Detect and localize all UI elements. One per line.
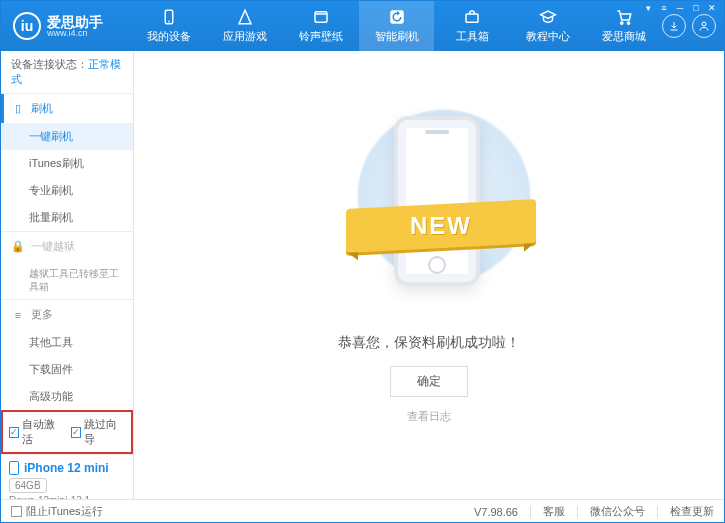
view-log-link[interactable]: 查看日志: [407, 409, 451, 424]
download-icon: [668, 20, 680, 32]
connected-device[interactable]: iPhone 12 mini 64GB Down-12mini-13,1: [1, 454, 133, 499]
nav-apps-games[interactable]: 应用游戏: [207, 1, 283, 51]
user-icon: [698, 20, 710, 32]
toolbox-icon: [463, 8, 481, 26]
app-url: www.i4.cn: [47, 29, 103, 38]
sidebar-item-itunes-flash[interactable]: iTunes刷机: [1, 150, 133, 177]
section-title: 刷机: [31, 101, 53, 116]
nav-label: 铃声壁纸: [299, 29, 343, 44]
more-section-header[interactable]: ≡ 更多: [1, 300, 133, 329]
nav-ringtones[interactable]: 铃声壁纸: [283, 1, 359, 51]
logo-icon: iu: [13, 12, 41, 40]
connection-status: 设备连接状态：正常模式: [1, 51, 133, 93]
nav-label: 我的设备: [147, 29, 191, 44]
wallpaper-icon: [312, 8, 330, 26]
statusbar: 阻止iTunes运行 V7.98.66 客服 微信公众号 检查更新: [1, 499, 724, 523]
section-title: 一键越狱: [31, 239, 75, 254]
version-label: V7.98.66: [474, 506, 518, 518]
nav-label: 智能刷机: [375, 29, 419, 44]
nav-my-device[interactable]: 我的设备: [131, 1, 207, 51]
hamburger-icon[interactable]: ≡: [657, 2, 671, 14]
device-phone-icon: [9, 461, 19, 475]
sidebar: 设备连接状态：正常模式 ▯ 刷机 一键刷机 iTunes刷机 专业刷机 批量刷机…: [1, 51, 134, 499]
app-name: 爱思助手: [47, 15, 103, 29]
cart-icon: [615, 8, 633, 26]
app-logo: iu 爱思助手 www.i4.cn: [1, 12, 131, 40]
highlighted-checkboxes: ✓ 自动激活 ✓ 跳过向导: [1, 410, 133, 454]
minimize-icon[interactable]: ─: [673, 2, 687, 14]
download-button[interactable]: [662, 14, 686, 38]
sidebar-item-other-tools[interactable]: 其他工具: [1, 329, 133, 356]
nav-label: 爱思商城: [602, 29, 646, 44]
list-icon: ≡: [11, 309, 25, 321]
device-name: iPhone 12 mini: [24, 461, 109, 475]
nav-label: 教程中心: [526, 29, 570, 44]
divider: [530, 506, 531, 518]
block-itunes-checkbox[interactable]: 阻止iTunes运行: [11, 504, 103, 519]
wechat-link[interactable]: 微信公众号: [590, 504, 645, 519]
menu-icon[interactable]: ▾: [641, 2, 655, 14]
checkbox-unchecked-icon: [11, 506, 22, 517]
sidebar-item-pro-flash[interactable]: 专业刷机: [1, 177, 133, 204]
main-nav: 我的设备 应用游戏 铃声壁纸 智能刷机 工具箱 教程中心 爱思商城: [131, 1, 662, 51]
svg-point-6: [627, 22, 629, 24]
graduation-icon: [539, 8, 557, 26]
jailbreak-note: 越狱工具已转移至工具箱: [1, 261, 133, 299]
ok-button[interactable]: 确定: [390, 366, 468, 397]
success-message: 恭喜您，保资料刷机成功啦！: [338, 334, 520, 352]
checkbox-label: 跳过向导: [84, 417, 125, 447]
apps-icon: [236, 8, 254, 26]
new-banner: NEW: [346, 199, 536, 253]
check-update-link[interactable]: 检查更新: [670, 504, 714, 519]
titlebar: iu 爱思助手 www.i4.cn 我的设备 应用游戏 铃声壁纸 智能刷机 工具…: [1, 1, 724, 51]
checkbox-label: 自动激活: [22, 417, 63, 447]
device-detail: Down-12mini-13,1: [9, 495, 125, 499]
divider: [577, 506, 578, 518]
nav-label: 应用游戏: [223, 29, 267, 44]
main-panel: NEW 恭喜您，保资料刷机成功啦！ 确定 查看日志: [134, 51, 724, 499]
flash-section-header[interactable]: ▯ 刷机: [1, 94, 133, 123]
maximize-icon[interactable]: □: [689, 2, 703, 14]
checkbox-checked-icon: ✓: [9, 427, 19, 438]
checkbox-checked-icon: ✓: [71, 427, 81, 438]
nav-smart-flash[interactable]: 智能刷机: [359, 1, 435, 51]
success-illustration: NEW: [364, 106, 494, 306]
svg-point-5: [621, 22, 623, 24]
auto-activate-checkbox[interactable]: ✓ 自动激活: [9, 417, 63, 447]
checkbox-label: 阻止iTunes运行: [26, 504, 103, 519]
refresh-icon: [388, 8, 406, 26]
nav-tutorials[interactable]: 教程中心: [510, 1, 586, 51]
sidebar-item-batch-flash[interactable]: 批量刷机: [1, 204, 133, 231]
phone-flash-icon: ▯: [11, 102, 25, 115]
close-icon[interactable]: ✕: [705, 2, 719, 14]
device-storage: 64GB: [9, 478, 47, 493]
skip-guide-checkbox[interactable]: ✓ 跳过向导: [71, 417, 125, 447]
svg-rect-4: [466, 14, 478, 22]
user-button[interactable]: [692, 14, 716, 38]
nav-label: 工具箱: [456, 29, 489, 44]
banner-text: NEW: [410, 212, 472, 240]
sidebar-item-download-firmware[interactable]: 下载固件: [1, 356, 133, 383]
nav-toolbox[interactable]: 工具箱: [434, 1, 510, 51]
status-label: 设备连接状态：: [11, 58, 88, 70]
sidebar-item-advanced[interactable]: 高级功能: [1, 383, 133, 410]
phone-icon: [160, 8, 178, 26]
lock-icon: 🔒: [11, 240, 25, 253]
svg-point-7: [702, 22, 706, 26]
sidebar-item-one-click-flash[interactable]: 一键刷机: [1, 123, 133, 150]
support-link[interactable]: 客服: [543, 504, 565, 519]
divider: [657, 506, 658, 518]
section-title: 更多: [31, 307, 53, 322]
jailbreak-section-header[interactable]: 🔒 一键越狱: [1, 232, 133, 261]
